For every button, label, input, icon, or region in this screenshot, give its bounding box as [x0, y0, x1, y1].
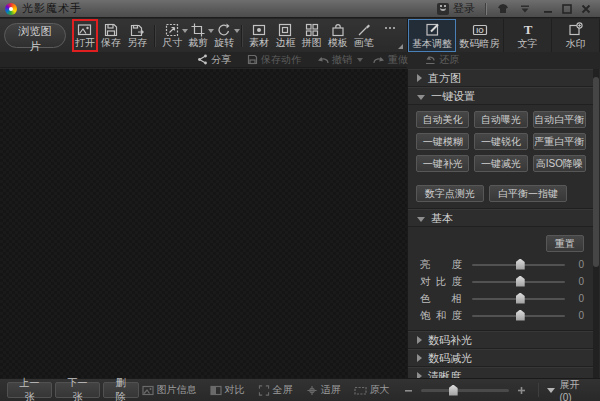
template-icon [331, 22, 345, 37]
expand-arrow-icon [547, 388, 555, 393]
menu-dropdown-icon[interactable] [516, 0, 534, 18]
section-digital-dim-light[interactable]: 数码减光 [408, 349, 594, 367]
open-button[interactable]: 打开 [73, 20, 97, 51]
save-as-button[interactable]: 另存 [125, 20, 149, 51]
adjust-panel: 直方图 一键设置 自动美化 自动曝光 自动白平衡 一键模糊 一键锐化 严重白平衡… [407, 69, 600, 378]
skin-icon[interactable] [494, 0, 512, 18]
collage-grid-icon [305, 22, 319, 37]
onekey-dim-light-button[interactable]: 一键减光 [474, 155, 527, 172]
brightness-slider-row: 亮度 0 [416, 256, 586, 273]
contrast-slider-row: 对比度 0 [416, 273, 586, 290]
white-balance-one-touch-button[interactable]: 白平衡一指键 [489, 185, 567, 202]
app-logo-icon [5, 3, 17, 15]
image-info-button[interactable]: 图片信息 [142, 383, 197, 397]
browse-images-button[interactable]: 浏览图片 [4, 23, 66, 48]
tab-digital-darkroom[interactable]: IO 数码暗房 [456, 19, 504, 52]
basic-adjust-icon [425, 22, 440, 38]
slider-thumb[interactable] [516, 310, 525, 321]
expanded-arrow-icon [417, 95, 425, 100]
section-clarity[interactable]: 清晰度 [408, 367, 594, 378]
crop-icon [191, 22, 205, 37]
expanded-arrow-icon [417, 217, 425, 222]
image-canvas [0, 69, 407, 378]
save-icon [104, 22, 118, 37]
contrast-slider[interactable] [472, 281, 565, 283]
section-onekey-settings[interactable]: 一键设置 [408, 87, 594, 105]
panel-scrollbar[interactable] [593, 69, 599, 378]
save-action-button[interactable]: 保存动作 [247, 53, 301, 67]
fit-screen-button[interactable]: 适屏 [306, 383, 341, 397]
user-avatar-icon [437, 3, 449, 15]
auto-exposure-button[interactable]: 自动曝光 [474, 111, 527, 128]
material-button[interactable]: 素材 [247, 20, 271, 51]
high-iso-denoise-button[interactable]: 高ISO降噪 [533, 155, 586, 172]
save-button[interactable]: 保存 [99, 20, 123, 51]
rotate-icon [217, 22, 231, 37]
tab-text[interactable]: T 文字 [504, 19, 552, 52]
zoom-in-icon[interactable] [517, 386, 526, 395]
section-digital-fill-light[interactable]: 数码补光 [408, 331, 594, 349]
tab-basic-adjust[interactable]: 基本调整 [408, 19, 456, 52]
main-toolbar: 浏览图片 打开 保存 另存 尺寸 [0, 19, 407, 52]
auto-white-balance-button[interactable]: 自动白平衡 [533, 111, 586, 128]
onekey-fill-light-button[interactable]: 一键补光 [416, 155, 469, 172]
zoom-out-icon[interactable] [404, 386, 413, 395]
undo-dropdown-caret[interactable] [357, 58, 363, 62]
zoom-slider[interactable] [421, 389, 509, 392]
watermark-icon [568, 22, 583, 38]
rotate-button[interactable]: 旋转 [212, 20, 236, 51]
delete-image-button[interactable]: 删除 [103, 382, 138, 398]
zoom-slider-thumb[interactable] [449, 385, 458, 396]
slider-thumb[interactable] [516, 276, 525, 287]
svg-text:IO: IO [476, 27, 484, 34]
minimize-button[interactable] [538, 0, 557, 18]
undo-button[interactable]: 撤销 [317, 53, 363, 67]
expand-tray-button[interactable]: 展开 (0) [547, 378, 593, 401]
share-button[interactable]: 分享 [197, 53, 231, 67]
section-basic[interactable]: 基本 [408, 209, 594, 227]
toolbar-divider [241, 25, 242, 47]
crop-button[interactable]: 裁剪 [186, 20, 210, 51]
resize-icon [165, 22, 179, 37]
scrollbar-thumb[interactable] [593, 77, 599, 267]
original-size-button[interactable]: 原大 [354, 383, 390, 397]
collapsed-arrow-icon [417, 354, 422, 362]
login-button[interactable]: 登录 [453, 1, 475, 16]
collage-button[interactable]: 拼图 [299, 20, 323, 51]
tab-watermark[interactable]: 水印 [552, 19, 600, 52]
toolbar-expand-corner[interactable] [398, 44, 403, 49]
onekey-blur-button[interactable]: 一键模糊 [416, 133, 469, 150]
brush-button[interactable]: 画笔 [352, 20, 376, 51]
previous-image-button[interactable]: 上一张 [7, 382, 52, 398]
rotate-dropdown-caret[interactable] [234, 29, 240, 33]
onekey-sharpen-button[interactable]: 一键锐化 [474, 133, 527, 150]
severe-white-balance-button[interactable]: 严重白平衡 [533, 133, 586, 150]
digital-spot-metering-button[interactable]: 数字点测光 [416, 185, 484, 202]
restore-button[interactable]: 还原 [424, 53, 459, 67]
slider-thumb[interactable] [516, 259, 525, 270]
more-icon [383, 22, 397, 37]
saturation-slider-row: 饱和度 0 [416, 307, 586, 324]
section-histogram[interactable]: 直方图 [408, 69, 594, 87]
material-icon [252, 22, 266, 37]
text-icon: T [521, 22, 535, 38]
template-button[interactable]: 模板 [326, 20, 350, 51]
panel-tabs: 基本调整 IO 数码暗房 T 文字 水印 [407, 19, 600, 52]
reset-button[interactable]: 重置 [546, 235, 584, 252]
close-button[interactable] [576, 0, 595, 18]
next-image-button[interactable]: 下一张 [55, 382, 100, 398]
border-button[interactable]: 边框 [273, 20, 297, 51]
app-window: 光影魔术手 登录 浏览图片 [0, 0, 600, 401]
fullscreen-button[interactable]: 全屏 [258, 383, 293, 397]
hue-slider[interactable] [472, 298, 565, 300]
border-frame-icon [278, 22, 292, 37]
redo-button[interactable]: 重做 [373, 53, 408, 67]
titlebar-divider [485, 3, 486, 15]
compare-button[interactable]: 对比 [210, 383, 245, 397]
brightness-slider[interactable] [472, 264, 565, 266]
resize-button[interactable]: 尺寸 [160, 20, 184, 51]
saturation-slider[interactable] [472, 315, 565, 317]
auto-beautify-button[interactable]: 自动美化 [416, 111, 469, 128]
maximize-button[interactable] [557, 0, 576, 18]
slider-thumb[interactable] [516, 293, 525, 304]
